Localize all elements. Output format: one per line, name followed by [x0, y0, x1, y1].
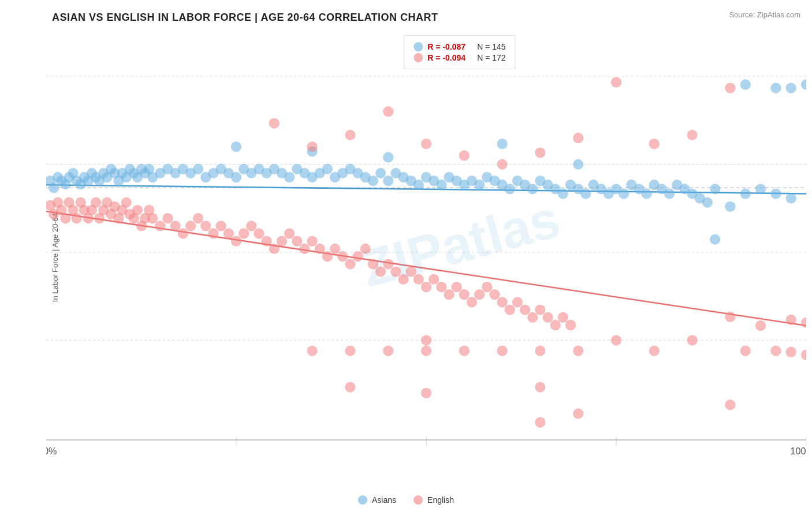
- svg-point-206: [489, 289, 500, 300]
- svg-point-240: [649, 346, 660, 356]
- svg-point-242: [740, 346, 751, 356]
- bottom-legend-english: English: [414, 495, 454, 505]
- svg-point-172: [231, 236, 241, 247]
- svg-point-194: [398, 274, 408, 285]
- svg-point-50: [193, 164, 203, 174]
- svg-point-244: [345, 382, 355, 392]
- legend-box: R = -0.087 N = 145 R = -0.094 N = 172: [404, 35, 515, 69]
- svg-point-127: [755, 184, 766, 194]
- svg-point-237: [535, 346, 545, 356]
- svg-point-180: [292, 236, 302, 247]
- svg-point-222: [459, 150, 470, 161]
- svg-point-253: [573, 408, 583, 419]
- svg-point-185: [330, 244, 340, 254]
- svg-point-205: [482, 282, 492, 292]
- svg-point-217: [269, 118, 280, 128]
- svg-point-171: [224, 228, 234, 238]
- svg-point-213: [542, 312, 553, 323]
- svg-point-192: [383, 259, 393, 269]
- svg-point-62: [284, 172, 295, 182]
- chart-title: ASIAN VS ENGLISH IN LABOR FORCE | AGE 20…: [46, 12, 806, 24]
- svg-point-212: [535, 304, 545, 315]
- svg-point-130: [801, 79, 806, 89]
- asians-r-value: R = -0.087: [427, 42, 465, 51]
- svg-point-176: [262, 236, 272, 247]
- svg-point-128: [770, 188, 781, 199]
- bottom-english-dot: [414, 495, 423, 505]
- svg-point-220: [383, 106, 393, 117]
- svg-point-121: [383, 152, 393, 162]
- svg-point-199: [436, 282, 446, 292]
- svg-point-202: [459, 289, 470, 300]
- svg-point-227: [649, 139, 660, 149]
- svg-point-226: [611, 77, 621, 87]
- svg-point-175: [254, 228, 264, 238]
- svg-point-98: [558, 188, 568, 199]
- bottom-english-label: English: [427, 495, 454, 505]
- svg-point-87: [474, 180, 485, 190]
- svg-point-124: [710, 234, 720, 245]
- svg-point-125: [725, 201, 735, 212]
- svg-point-210: [520, 304, 530, 315]
- svg-point-181: [299, 244, 310, 254]
- svg-point-157: [132, 205, 143, 215]
- svg-point-200: [444, 289, 454, 300]
- english-legend-dot: [414, 53, 423, 62]
- svg-point-208: [505, 304, 515, 315]
- svg-point-216: [565, 320, 576, 330]
- svg-point-174: [246, 221, 256, 231]
- svg-point-173: [239, 228, 249, 238]
- source-label: Source: ZipAtlas.com: [729, 10, 800, 19]
- svg-point-224: [535, 147, 545, 158]
- svg-point-123: [231, 141, 241, 152]
- svg-point-215: [558, 312, 568, 323]
- svg-point-186: [337, 251, 348, 262]
- svg-point-55: [231, 172, 241, 182]
- svg-point-235: [459, 346, 470, 356]
- svg-point-75: [383, 176, 393, 186]
- svg-point-234: [421, 346, 431, 356]
- svg-point-197: [421, 282, 431, 292]
- svg-point-201: [452, 282, 462, 292]
- svg-text:ZIPatlas: ZIPatlas: [355, 189, 565, 298]
- svg-point-165: [178, 228, 188, 238]
- legend-row-english: R = -0.094 N = 172: [414, 53, 505, 62]
- svg-point-236: [497, 346, 507, 356]
- svg-point-193: [390, 266, 401, 277]
- svg-point-243: [770, 346, 781, 356]
- svg-point-245: [421, 388, 431, 398]
- svg-point-246: [535, 382, 545, 392]
- svg-point-191: [375, 266, 386, 277]
- svg-point-252: [801, 350, 806, 360]
- svg-point-133: [786, 83, 796, 93]
- svg-text:0.0%: 0.0%: [46, 446, 57, 456]
- svg-point-94: [527, 184, 538, 194]
- svg-point-154: [121, 197, 132, 208]
- svg-point-189: [360, 244, 371, 254]
- svg-point-250: [801, 318, 806, 328]
- svg-point-131: [770, 83, 781, 93]
- svg-point-251: [786, 347, 796, 357]
- svg-point-209: [512, 297, 523, 307]
- svg-point-211: [527, 312, 538, 323]
- svg-point-195: [406, 266, 416, 277]
- svg-point-163: [162, 213, 173, 223]
- svg-point-73: [368, 176, 378, 186]
- svg-point-129: [786, 193, 796, 203]
- svg-point-214: [550, 320, 561, 330]
- svg-point-82: [436, 180, 446, 190]
- svg-point-138: [60, 213, 70, 223]
- svg-point-117: [702, 197, 713, 208]
- svg-point-101: [580, 188, 591, 199]
- svg-point-229: [725, 83, 735, 93]
- svg-point-204: [474, 289, 485, 300]
- svg-point-221: [421, 139, 431, 149]
- svg-point-178: [277, 236, 287, 247]
- svg-point-231: [345, 346, 355, 356]
- svg-point-162: [155, 221, 165, 231]
- svg-point-249: [786, 315, 796, 325]
- svg-point-184: [322, 251, 333, 262]
- svg-point-106: [619, 188, 629, 199]
- asians-n-value: N = 145: [477, 42, 505, 51]
- chart-container: ASIAN VS ENGLISH IN LABOR FORCE | AGE 20…: [0, 0, 812, 515]
